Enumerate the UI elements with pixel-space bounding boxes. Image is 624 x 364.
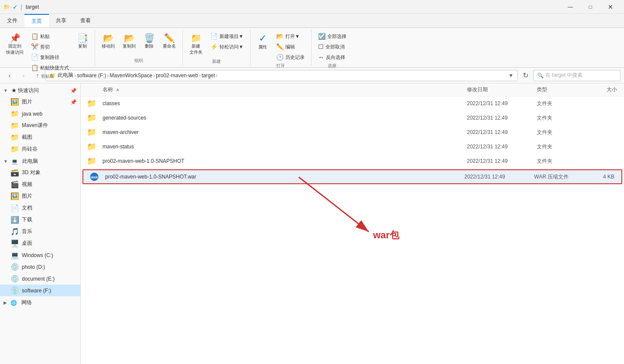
- close-button[interactable]: ✕: [600, 0, 621, 14]
- search-box[interactable]: 🔍 在 target 中搜索: [533, 70, 621, 81]
- main-layout: ▼ ★ 快速访问 📌 🖼️ 图片 📌 📁 java web 📁 Maven课件 …: [0, 83, 624, 364]
- file-row-war[interactable]: WAR pro02-maven-web-1.0-SNAPSHOT.war 202…: [82, 169, 622, 184]
- new-item-icon: 📄: [210, 33, 218, 40]
- file-row-generated-sources[interactable]: 📁 generated-sources 2022/12/31 12:49 文件夹: [81, 111, 624, 125]
- sidebar-item-pictures[interactable]: 🖼️ 图片: [0, 190, 80, 202]
- delete-icon: 🗑️: [144, 34, 155, 42]
- scissors-icon: ✂️: [31, 43, 38, 50]
- organize-label: 组织: [99, 57, 179, 64]
- deselect-all-icon: ☐: [318, 43, 324, 50]
- select-all-button[interactable]: ☑️ 全部选择: [315, 31, 350, 41]
- new-item-button[interactable]: 📄 新建项目▼: [207, 31, 247, 41]
- sidebar-quick-access[interactable]: ▼ ★ 快速访问 📌: [0, 85, 80, 96]
- select-all-icon: ☑️: [318, 33, 326, 40]
- history-button[interactable]: 🕐 历史记录: [273, 52, 308, 62]
- copy-to-button[interactable]: 📂 复制到: [120, 31, 139, 52]
- file-name: maven-status: [103, 144, 467, 150]
- easy-access-button[interactable]: ⚡ 轻松访问▼: [207, 42, 247, 52]
- folder-icon: 📁: [81, 99, 103, 108]
- col-type[interactable]: 类型: [537, 86, 589, 93]
- select-label: 选择: [315, 62, 350, 69]
- sidebar-item-document-e[interactable]: 💿 document (E:): [0, 273, 80, 285]
- file-row-classes[interactable]: 📁 classes 2022/12/31 12:49 文件夹: [81, 96, 624, 111]
- select-items: ☑️ 全部选择 ☐ 全部取消 ↔️ 反向选择: [315, 31, 350, 62]
- file-row-maven-status[interactable]: 📁 maven-status 2022/12/31 12:49 文件夹: [81, 140, 624, 154]
- delete-button[interactable]: 🗑️ 删除: [141, 31, 158, 52]
- copy-path-button[interactable]: 📄 复制路径: [28, 52, 72, 62]
- clipboard-label: 剪贴板: [3, 72, 91, 79]
- minimize-button[interactable]: —: [560, 0, 580, 14]
- network-label: 网络: [21, 299, 32, 306]
- tab-home[interactable]: 主页: [24, 14, 49, 27]
- move-to-button[interactable]: 📂 移动到: [99, 31, 118, 52]
- file-date: 2022/12/31 12:49: [467, 158, 537, 164]
- properties-button[interactable]: ✓ 属性: [254, 31, 271, 52]
- new-folder-button[interactable]: 📁 新建文件夹: [186, 31, 206, 58]
- paste-icon: 📋: [31, 33, 38, 40]
- ribbon-group-open: ✓ 属性 📂 打开▼ ✏️ 编辑 🕐 历史记录: [250, 30, 312, 65]
- file-row-pro02-folder[interactable]: 📁 pro02-maven-web-1.0-SNAPSHOT 2022/12/3…: [81, 154, 624, 168]
- organize-items: 📂 移动到 📂 复制到 🗑️ 删除 ✏️ 重命名: [99, 31, 179, 57]
- sidebar-network[interactable]: ▶ 🌐 网络: [0, 297, 80, 308]
- breadcrumb-mavenworkspace[interactable]: MavenWorkSpace: [110, 72, 152, 79]
- sidebar-item-3d-objects[interactable]: 🗃️ 3D 对象: [0, 167, 80, 179]
- sidebar-item-photo-d[interactable]: 💿 photo (D:): [0, 261, 80, 273]
- file-name: maven-archiver: [103, 129, 467, 135]
- sidebar-item-software-f[interactable]: 💿 software (F:): [0, 285, 80, 296]
- tab-view[interactable]: 查看: [73, 14, 98, 27]
- deselect-all-button[interactable]: ☐ 全部取消: [315, 42, 350, 52]
- file-list-header: 名称 ∧ 修改日期 类型 大小: [81, 83, 624, 96]
- sidebar-item-maven-course[interactable]: 📁 Maven课件: [0, 120, 80, 131]
- col-size[interactable]: 大小: [589, 86, 624, 93]
- sidebar-item-pictures-quick[interactable]: 🖼️ 图片 📌: [0, 96, 80, 108]
- open-icon: 📂: [276, 33, 284, 40]
- maximize-button[interactable]: □: [580, 0, 600, 14]
- edit-button[interactable]: ✏️ 编辑: [273, 42, 308, 52]
- copy-button[interactable]: 📑 复制: [74, 31, 91, 52]
- paste-shortcut-button[interactable]: 📋 粘贴快捷方式: [28, 63, 72, 72]
- breadcrumb-pro02[interactable]: pro02-maven-web: [156, 72, 198, 79]
- music-icon: 🎵: [10, 227, 19, 236]
- sidebar-item-music[interactable]: 🎵 音乐: [0, 226, 80, 237]
- sidebar-item-video[interactable]: 🎬 视频: [0, 179, 80, 190]
- sidebar-item-documents[interactable]: 📄 文档: [0, 202, 80, 214]
- sidebar-item-javaweb[interactable]: 📁 java web: [0, 108, 80, 120]
- file-type: 文件夹: [537, 100, 589, 107]
- sidebar-item-label: software (F:): [22, 288, 51, 294]
- open-col: 📂 打开▼ ✏️ 编辑 🕐 历史记录: [273, 31, 308, 62]
- tab-file[interactable]: 文件: [0, 14, 24, 27]
- sidebar-item-downloads[interactable]: ⬇️ 下载: [0, 214, 80, 226]
- sidebar-item-screenshots[interactable]: 📁 截图: [0, 131, 80, 143]
- sidebar-item-label: 桌面: [22, 240, 32, 247]
- sidebar-item-desktop[interactable]: 🖥️ 桌面: [0, 237, 80, 249]
- this-pc-label: 此电脑: [22, 158, 38, 165]
- sidebar-item-shangguigu[interactable]: 📁 尚硅谷: [0, 143, 80, 155]
- sidebar-item-label: 文档: [22, 204, 32, 212]
- pictures-icon: 🖼️: [10, 98, 19, 106]
- sidebar-item-label: 下载: [22, 216, 32, 223]
- cut-button[interactable]: ✂️ 剪切: [28, 42, 72, 52]
- sidebar-item-windows-c[interactable]: 💻 Windows (C:): [0, 249, 80, 261]
- breadcrumb-target[interactable]: target: [202, 72, 215, 79]
- new-items: 📁 新建文件夹 📄 新建项目▼ ⚡ 轻松访问▼: [186, 31, 247, 58]
- paste-button[interactable]: 📋 粘贴: [28, 31, 72, 41]
- file-row-maven-archiver[interactable]: 📁 maven-archiver 2022/12/31 12:49 文件夹: [81, 125, 624, 140]
- path-sep-5: ›: [216, 72, 218, 79]
- ribbon-group-organize: 📂 移动到 📂 复制到 🗑️ 删除 ✏️ 重命名 组织: [95, 30, 183, 65]
- refresh-button[interactable]: ↻: [519, 69, 531, 82]
- sidebar-this-pc[interactable]: ▼ 💻 此电脑: [0, 156, 80, 167]
- quick-access-section: ▼ ★ 快速访问 📌 🖼️ 图片 📌 📁 java web 📁 Maven课件 …: [0, 85, 80, 155]
- invert-selection-button[interactable]: ↔️ 反向选择: [315, 52, 350, 62]
- tab-share[interactable]: 共享: [49, 14, 73, 27]
- rename-button[interactable]: ✏️ 重命名: [160, 31, 179, 52]
- col-date[interactable]: 修改日期: [467, 86, 537, 93]
- address-dropdown-icon[interactable]: ▼: [508, 72, 514, 79]
- col-name[interactable]: 名称 ∧: [81, 86, 467, 93]
- pin-to-quickaccess-button[interactable]: 📌 固定到快速访问: [3, 31, 26, 58]
- ribbon-content: 📌 固定到快速访问 📋 粘贴 ✂️ 剪切 📄 复制路径: [0, 28, 624, 67]
- open-button[interactable]: 📂 打开▼: [273, 31, 308, 41]
- svg-line-3: [299, 177, 369, 232]
- path-sep-4: ›: [199, 72, 201, 79]
- file-name: classes: [103, 100, 467, 106]
- address-path[interactable]: 📁 此电脑 › software (F:) › MavenWorkSpace ›…: [45, 70, 518, 81]
